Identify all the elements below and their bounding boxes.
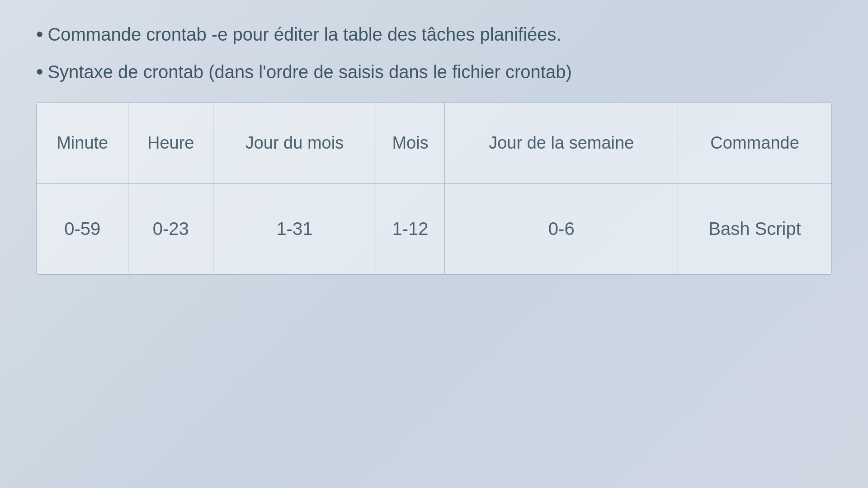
val-jour-mois: 1-31 xyxy=(213,184,376,274)
col-header-mois: Mois xyxy=(376,103,445,184)
val-minute: 0-59 xyxy=(37,184,128,274)
bullet-1-text: Commande crontab -e pour éditer la table… xyxy=(47,23,561,46)
table-header-row: Minute Heure Jour du mois Mois Jour de l… xyxy=(37,103,831,184)
val-jour-semaine: 0-6 xyxy=(445,184,678,274)
bullet-1: Commande crontab -e pour éditer la table… xyxy=(36,23,832,47)
val-mois: 1-12 xyxy=(376,184,445,274)
col-header-jour-semaine: Jour de la semaine xyxy=(445,103,678,184)
val-heure: 0-23 xyxy=(128,184,213,274)
val-commande: Bash Script xyxy=(678,184,831,274)
page-content: Commande crontab -e pour éditer la table… xyxy=(0,0,868,297)
bullet-2: Syntaxe de crontab (dans l'ordre de sais… xyxy=(36,60,832,84)
col-header-commande: Commande xyxy=(678,103,831,184)
crontab-table: Minute Heure Jour du mois Mois Jour de l… xyxy=(37,103,831,274)
col-header-minute: Minute xyxy=(37,103,128,184)
bullet-2-text: Syntaxe de crontab (dans l'ordre de sais… xyxy=(47,60,571,84)
col-header-jour-mois: Jour du mois xyxy=(213,103,376,184)
table-row: 0-59 0-23 1-31 1-12 0-6 Bash Script xyxy=(37,184,831,274)
crontab-table-container: Minute Heure Jour du mois Mois Jour de l… xyxy=(36,102,832,275)
col-header-heure: Heure xyxy=(128,103,213,184)
